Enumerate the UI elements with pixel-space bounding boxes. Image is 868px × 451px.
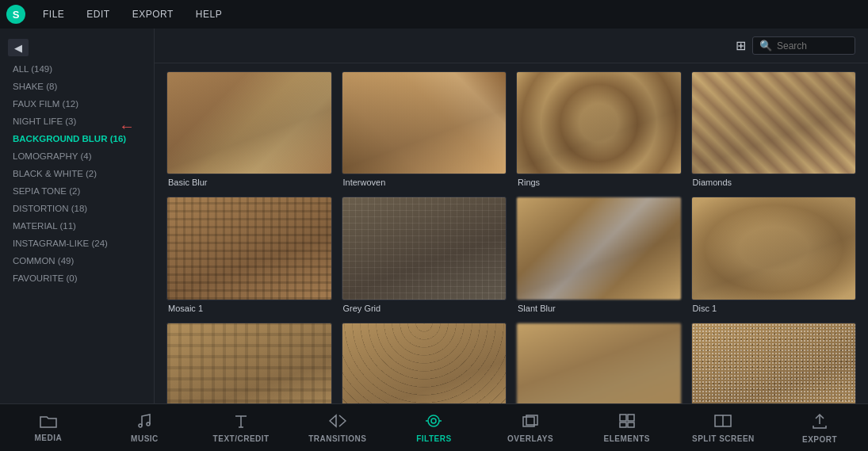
export-icon <box>812 412 828 432</box>
menu-edit[interactable]: EDIT <box>82 6 114 23</box>
filter-name-6: Slant Blur <box>516 304 682 313</box>
sidebar-back-button[interactable]: ◀ <box>8 39 29 56</box>
sidebar-item-label-6: BLACK & WHITE (2) <box>13 169 97 178</box>
filter-card-10[interactable]: Frosted <box>516 323 682 403</box>
sidebar-item-5[interactable]: LOMOGRAPHY (4) <box>0 147 154 165</box>
svg-point-1 <box>147 422 150 426</box>
filter-overlay-7 <box>692 197 856 299</box>
filter-card-5[interactable]: Grey Grid <box>342 197 507 312</box>
sidebar-item-9[interactable]: MATERIAL (11) <box>0 217 154 235</box>
svg-rect-10 <box>620 422 626 427</box>
folder-icon <box>40 414 57 430</box>
svg-rect-9 <box>628 415 634 421</box>
bottom-nav-label-0: MEDIA <box>34 434 62 442</box>
filter-card-11[interactable]: Static <box>691 323 857 403</box>
filter-name-0: Basic Blur <box>166 178 332 187</box>
menu-file[interactable]: FILE <box>38 6 69 23</box>
sidebar-header: ◀ <box>0 35 154 60</box>
filters-icon <box>425 413 442 431</box>
sidebar: ◀ ALL (149)SHAKE (8)FAUX FILM (12)NIGHT … <box>0 29 155 403</box>
filter-card-1[interactable]: Interwoven <box>342 71 507 187</box>
grid-view-button[interactable]: ⊞ <box>736 38 746 53</box>
bottom-nav-folder[interactable]: MEDIA <box>9 414 88 442</box>
sidebar-item-label-0: ALL (149) <box>13 64 52 74</box>
bottom-nav-label-4: FILTERS <box>416 434 451 443</box>
filter-overlay-2 <box>517 72 681 174</box>
bottom-nav-filters[interactable]: FILTERS <box>394 413 473 443</box>
filter-card-8[interactable]: Mosaic 2 <box>166 323 332 403</box>
splitscreen-icon <box>714 413 732 431</box>
sidebar-item-1[interactable]: SHAKE (8) <box>0 78 154 95</box>
sidebar-item-label-9: MATERIAL (11) <box>13 221 76 231</box>
sidebar-item-7[interactable]: SEPIA TONE (2) <box>0 182 154 200</box>
filters-grid: Basic BlurInterwovenRingsDiamondsMosaic … <box>155 63 868 403</box>
sidebar-item-8[interactable]: DISTORTION (18) <box>0 200 154 217</box>
sidebar-item-6[interactable]: BLACK & WHITE (2) <box>0 165 154 182</box>
filter-overlay-4 <box>167 197 331 299</box>
filter-card-0[interactable]: Basic Blur <box>166 71 332 187</box>
sidebar-item-label-7: SEPIA TONE (2) <box>13 186 80 196</box>
filter-overlay-6 <box>517 197 681 299</box>
filter-thumb-4 <box>166 197 332 300</box>
filter-card-2[interactable]: Rings <box>516 71 682 187</box>
bottom-nav-label-8: EXPORT <box>802 435 837 444</box>
bottom-nav-label-5: OVERLAYS <box>507 434 553 443</box>
sidebar-item-0[interactable]: ALL (149) <box>0 60 154 78</box>
bottom-nav-elements[interactable]: ELEMENTS <box>587 413 667 443</box>
sidebar-item-3[interactable]: NIGHT LIFE (3) <box>0 113 154 130</box>
menu-bar: S FILE EDIT EXPORT HELP <box>0 0 868 29</box>
menu-export[interactable]: EXPORT <box>128 6 178 23</box>
sidebar-item-4[interactable]: BACKGROUND BLUR (16) <box>0 130 154 147</box>
sidebar-item-label-3: NIGHT LIFE (3) <box>13 117 76 126</box>
bottom-nav-music[interactable]: MUSIC <box>105 413 184 443</box>
svg-rect-8 <box>620 415 626 421</box>
bottom-nav-label-7: SPLIT SCREEN <box>692 434 755 443</box>
transition-icon <box>329 413 346 431</box>
filter-thumb-6 <box>516 197 682 300</box>
filter-overlay-10 <box>517 323 681 403</box>
search-input[interactable] <box>777 40 848 52</box>
filter-name-1: Interwoven <box>342 178 507 187</box>
filter-thumb-10 <box>516 323 682 403</box>
filter-overlay-1 <box>342 72 507 174</box>
filter-card-6[interactable]: Slant Blur <box>516 197 682 312</box>
toolbar: ⊞ 🔍 <box>155 29 868 63</box>
svg-rect-11 <box>628 422 634 427</box>
filter-card-7[interactable]: Disc 1 <box>691 197 857 312</box>
filter-thumb-5 <box>342 197 507 300</box>
bottom-nav-export[interactable]: EXPORT <box>780 412 859 444</box>
menu-help[interactable]: HELP <box>191 6 227 23</box>
sidebar-item-label-1: SHAKE (8) <box>13 82 57 91</box>
sidebar-item-label-4: BACKGROUND BLUR (16) <box>13 134 126 143</box>
bottom-nav-transition[interactable]: TRANSITIONS <box>298 413 377 443</box>
overlays-icon <box>522 413 539 431</box>
sidebar-item-11[interactable]: COMMON (49) <box>0 252 154 269</box>
bottom-nav-overlays[interactable]: OVERLAYS <box>491 413 570 443</box>
filter-card-4[interactable]: Mosaic 1 <box>166 197 332 312</box>
elements-icon <box>618 413 636 431</box>
svg-point-0 <box>139 424 142 427</box>
bottom-nav-splitscreen[interactable]: SPLIT SCREEN <box>683 413 763 443</box>
filter-name-2: Rings <box>516 178 682 187</box>
main-area: ◀ ALL (149)SHAKE (8)FAUX FILM (12)NIGHT … <box>0 29 868 403</box>
sidebar-item-10[interactable]: INSTAGRAM-LIKE (24) <box>0 235 154 252</box>
sidebar-item-label-10: INSTAGRAM-LIKE (24) <box>13 239 108 248</box>
filter-thumb-7 <box>691 197 857 300</box>
filter-overlay-9 <box>342 323 507 403</box>
text-icon <box>233 413 249 431</box>
filter-thumb-0 <box>166 71 332 174</box>
sidebar-item-12[interactable]: FAVOURITE (0) <box>0 269 154 287</box>
bottom-nav-text[interactable]: TEXT/CREDIT <box>201 413 281 443</box>
bottom-nav-label-3: TRANSITIONS <box>308 434 366 443</box>
filter-name-5: Grey Grid <box>342 304 507 313</box>
filter-card-9[interactable]: Scales <box>342 323 507 403</box>
sidebar-item-label-2: FAUX FILM (12) <box>13 99 78 109</box>
sidebar-item-2[interactable]: FAUX FILM (12) <box>0 95 154 113</box>
filter-card-3[interactable]: Diamonds <box>691 71 857 187</box>
svg-point-2 <box>428 415 439 426</box>
sidebar-item-label-11: COMMON (49) <box>13 256 74 266</box>
search-box: 🔍 <box>752 36 855 55</box>
filter-name-3: Diamonds <box>691 178 857 187</box>
music-icon <box>137 413 151 431</box>
filter-overlay-3 <box>692 72 856 174</box>
